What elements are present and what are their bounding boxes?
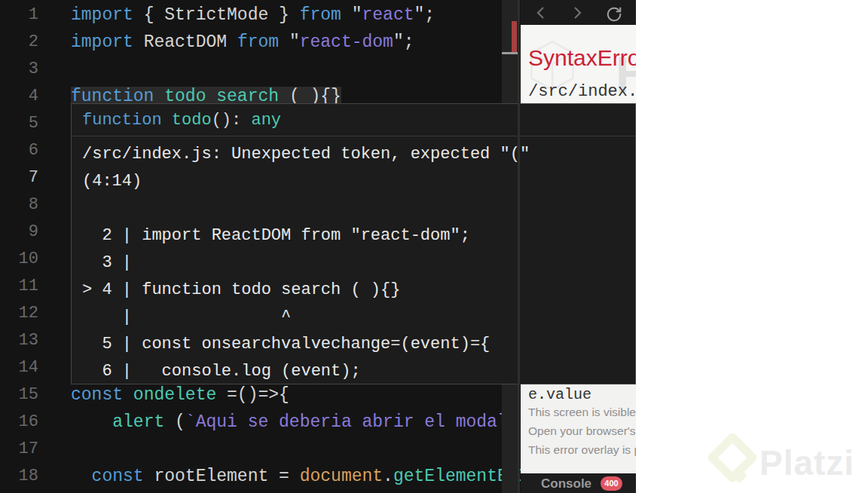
line-number: 4 — [0, 83, 38, 110]
line-number: 5 — [0, 110, 38, 137]
line-number: 18 — [0, 463, 38, 490]
scrollbar-cursor-mark — [502, 52, 518, 54]
overlay-note: This screen is visible o — [528, 406, 636, 419]
line-number: 6 — [0, 137, 38, 164]
error-title: SyntaxError — [528, 45, 636, 71]
line-number: 14 — [0, 354, 38, 381]
overlay-note: This error overlay is p — [528, 443, 636, 457]
code-line[interactable]: ReactDOM.render( — [71, 490, 549, 493]
forward-icon[interactable] — [570, 5, 585, 20]
error-tooltip: function todo(): any /src/index.js: Unex… — [71, 103, 636, 384]
error-path: /src/index.js: — [528, 82, 636, 101]
line-number: 8 — [0, 191, 38, 219]
line-number: 19 — [0, 490, 38, 493]
platzi-logo-icon — [708, 433, 756, 488]
code-line[interactable] — [71, 56, 549, 83]
line-number: 1 — [0, 2, 38, 29]
tooltip-error-line: /src/index.js: Unexpected token, expecte… — [82, 141, 635, 168]
line-number: 17 — [0, 436, 38, 463]
console-error-count-badge: 400 — [601, 476, 622, 491]
tooltip-signature: function todo(): any — [72, 104, 635, 136]
line-number: 7 — [0, 164, 38, 191]
code-line[interactable]: const ondelete =()=>{ — [71, 381, 549, 409]
code-line[interactable]: import ReactDOM from "react-dom"; — [71, 29, 549, 56]
line-number-gutter: 12345678910111213141516171819 — [0, 2, 38, 493]
line-number: 3 — [0, 56, 38, 83]
line-number: 10 — [0, 246, 38, 273]
code-line[interactable] — [71, 436, 549, 463]
line-number: 15 — [0, 381, 38, 409]
tooltip-error-line: 6 | console.log (event); — [82, 358, 635, 384]
tooltip-error-line: 5 | const onsearchvalvechange=(event)={ — [82, 331, 635, 358]
platzi-brand-text: Platzi — [760, 442, 854, 483]
tooltip-error-line — [82, 195, 635, 222]
code-line[interactable]: import { StrictMode } from "react"; — [71, 2, 549, 29]
line-number: 11 — [0, 273, 38, 300]
console-bar[interactable]: Console 400 — [521, 473, 636, 493]
tooltip-error-line: > 4 | function todo search ( ){} — [82, 277, 635, 304]
error-overlay-header: H SyntaxError /src/index.js: — [521, 25, 636, 103]
tooltip-error-details: /src/index.js: Unexpected token, expecte… — [72, 136, 635, 384]
error-snippet: e.value — [528, 386, 591, 403]
back-icon[interactable] — [533, 5, 549, 20]
line-number: 12 — [0, 300, 38, 327]
pane-divider[interactable] — [518, 0, 520, 493]
app-window: 12345678910111213141516171819 import { S… — [0, 0, 636, 493]
tooltip-error-line: 2 | import ReactDOM from "react-dom"; — [82, 222, 635, 250]
preview-navigation-bar — [521, 0, 636, 25]
line-number: 2 — [0, 29, 38, 56]
line-number: 13 — [0, 327, 38, 354]
tooltip-error-line: (4:14) — [82, 168, 635, 195]
error-overlay-footer: e.value This screen is visible o Open yo… — [521, 384, 636, 473]
tooltip-error-line: 3 | — [82, 250, 635, 277]
refresh-icon[interactable] — [606, 5, 622, 22]
code-line[interactable]: alert (`Aqui se deberia abrir el modal` — [71, 409, 549, 436]
overlay-note: Open your browser's d — [528, 424, 636, 438]
line-number: 9 — [0, 219, 38, 246]
console-label: Console — [541, 476, 591, 491]
platzi-watermark: Platzi — [708, 433, 866, 490]
line-number: 16 — [0, 409, 38, 436]
code-line[interactable]: const rootElement = document.getElementB… — [71, 463, 549, 490]
scrollbar-error-mark — [512, 21, 517, 53]
tooltip-error-line: | ^ — [82, 304, 635, 331]
